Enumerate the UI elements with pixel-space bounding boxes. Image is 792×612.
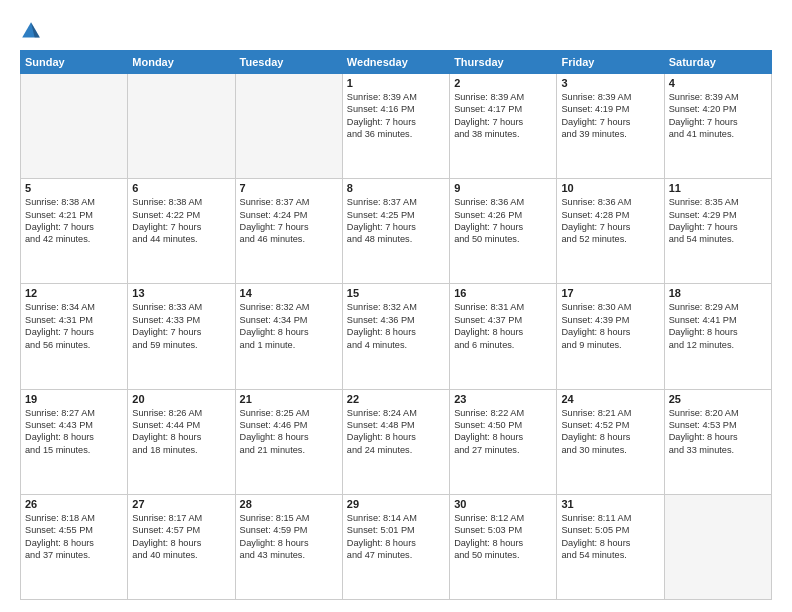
day-cell: 22Sunrise: 8:24 AM Sunset: 4:48 PM Dayli…: [342, 389, 449, 494]
day-info: Sunrise: 8:11 AM Sunset: 5:05 PM Dayligh…: [561, 512, 659, 562]
day-cell: 25Sunrise: 8:20 AM Sunset: 4:53 PM Dayli…: [664, 389, 771, 494]
day-info: Sunrise: 8:18 AM Sunset: 4:55 PM Dayligh…: [25, 512, 123, 562]
day-number: 12: [25, 287, 123, 299]
day-info: Sunrise: 8:30 AM Sunset: 4:39 PM Dayligh…: [561, 301, 659, 351]
day-info: Sunrise: 8:22 AM Sunset: 4:50 PM Dayligh…: [454, 407, 552, 457]
weekday-header-sunday: Sunday: [21, 51, 128, 74]
day-cell: 4Sunrise: 8:39 AM Sunset: 4:20 PM Daylig…: [664, 74, 771, 179]
day-info: Sunrise: 8:37 AM Sunset: 4:25 PM Dayligh…: [347, 196, 445, 246]
day-cell: 17Sunrise: 8:30 AM Sunset: 4:39 PM Dayli…: [557, 284, 664, 389]
logo: [20, 20, 46, 42]
week-row-2: 5Sunrise: 8:38 AM Sunset: 4:21 PM Daylig…: [21, 179, 772, 284]
week-row-3: 12Sunrise: 8:34 AM Sunset: 4:31 PM Dayli…: [21, 284, 772, 389]
week-row-4: 19Sunrise: 8:27 AM Sunset: 4:43 PM Dayli…: [21, 389, 772, 494]
day-number: 27: [132, 498, 230, 510]
day-number: 30: [454, 498, 552, 510]
week-row-5: 26Sunrise: 8:18 AM Sunset: 4:55 PM Dayli…: [21, 494, 772, 599]
logo-icon: [20, 20, 42, 42]
weekday-header-tuesday: Tuesday: [235, 51, 342, 74]
day-cell: 18Sunrise: 8:29 AM Sunset: 4:41 PM Dayli…: [664, 284, 771, 389]
day-cell: 3Sunrise: 8:39 AM Sunset: 4:19 PM Daylig…: [557, 74, 664, 179]
day-cell: [128, 74, 235, 179]
day-number: 17: [561, 287, 659, 299]
day-number: 16: [454, 287, 552, 299]
day-cell: 10Sunrise: 8:36 AM Sunset: 4:28 PM Dayli…: [557, 179, 664, 284]
day-cell: 28Sunrise: 8:15 AM Sunset: 4:59 PM Dayli…: [235, 494, 342, 599]
day-number: 10: [561, 182, 659, 194]
calendar-header: SundayMondayTuesdayWednesdayThursdayFrid…: [21, 51, 772, 74]
day-info: Sunrise: 8:34 AM Sunset: 4:31 PM Dayligh…: [25, 301, 123, 351]
day-number: 14: [240, 287, 338, 299]
day-cell: [235, 74, 342, 179]
day-info: Sunrise: 8:36 AM Sunset: 4:28 PM Dayligh…: [561, 196, 659, 246]
day-cell: 6Sunrise: 8:38 AM Sunset: 4:22 PM Daylig…: [128, 179, 235, 284]
day-cell: 26Sunrise: 8:18 AM Sunset: 4:55 PM Dayli…: [21, 494, 128, 599]
weekday-row: SundayMondayTuesdayWednesdayThursdayFrid…: [21, 51, 772, 74]
day-info: Sunrise: 8:25 AM Sunset: 4:46 PM Dayligh…: [240, 407, 338, 457]
day-info: Sunrise: 8:12 AM Sunset: 5:03 PM Dayligh…: [454, 512, 552, 562]
day-cell: 2Sunrise: 8:39 AM Sunset: 4:17 PM Daylig…: [450, 74, 557, 179]
day-cell: 20Sunrise: 8:26 AM Sunset: 4:44 PM Dayli…: [128, 389, 235, 494]
day-info: Sunrise: 8:35 AM Sunset: 4:29 PM Dayligh…: [669, 196, 767, 246]
day-number: 18: [669, 287, 767, 299]
day-number: 3: [561, 77, 659, 89]
day-number: 31: [561, 498, 659, 510]
day-info: Sunrise: 8:14 AM Sunset: 5:01 PM Dayligh…: [347, 512, 445, 562]
day-number: 23: [454, 393, 552, 405]
day-info: Sunrise: 8:38 AM Sunset: 4:22 PM Dayligh…: [132, 196, 230, 246]
day-cell: 30Sunrise: 8:12 AM Sunset: 5:03 PM Dayli…: [450, 494, 557, 599]
day-number: 9: [454, 182, 552, 194]
day-number: 1: [347, 77, 445, 89]
day-info: Sunrise: 8:36 AM Sunset: 4:26 PM Dayligh…: [454, 196, 552, 246]
day-info: Sunrise: 8:20 AM Sunset: 4:53 PM Dayligh…: [669, 407, 767, 457]
day-cell: 1Sunrise: 8:39 AM Sunset: 4:16 PM Daylig…: [342, 74, 449, 179]
day-cell: 21Sunrise: 8:25 AM Sunset: 4:46 PM Dayli…: [235, 389, 342, 494]
day-info: Sunrise: 8:39 AM Sunset: 4:19 PM Dayligh…: [561, 91, 659, 141]
day-info: Sunrise: 8:21 AM Sunset: 4:52 PM Dayligh…: [561, 407, 659, 457]
day-number: 29: [347, 498, 445, 510]
day-info: Sunrise: 8:39 AM Sunset: 4:17 PM Dayligh…: [454, 91, 552, 141]
calendar: SundayMondayTuesdayWednesdayThursdayFrid…: [20, 50, 772, 600]
day-number: 8: [347, 182, 445, 194]
day-cell: 31Sunrise: 8:11 AM Sunset: 5:05 PM Dayli…: [557, 494, 664, 599]
day-cell: 24Sunrise: 8:21 AM Sunset: 4:52 PM Dayli…: [557, 389, 664, 494]
day-cell: 8Sunrise: 8:37 AM Sunset: 4:25 PM Daylig…: [342, 179, 449, 284]
header: [20, 16, 772, 42]
weekday-header-wednesday: Wednesday: [342, 51, 449, 74]
day-info: Sunrise: 8:39 AM Sunset: 4:20 PM Dayligh…: [669, 91, 767, 141]
day-number: 19: [25, 393, 123, 405]
day-number: 15: [347, 287, 445, 299]
weekday-header-friday: Friday: [557, 51, 664, 74]
day-info: Sunrise: 8:15 AM Sunset: 4:59 PM Dayligh…: [240, 512, 338, 562]
day-info: Sunrise: 8:31 AM Sunset: 4:37 PM Dayligh…: [454, 301, 552, 351]
day-number: 26: [25, 498, 123, 510]
day-cell: 27Sunrise: 8:17 AM Sunset: 4:57 PM Dayli…: [128, 494, 235, 599]
day-cell: [21, 74, 128, 179]
day-cell: 14Sunrise: 8:32 AM Sunset: 4:34 PM Dayli…: [235, 284, 342, 389]
day-cell: [664, 494, 771, 599]
week-row-1: 1Sunrise: 8:39 AM Sunset: 4:16 PM Daylig…: [21, 74, 772, 179]
day-number: 21: [240, 393, 338, 405]
page: SundayMondayTuesdayWednesdayThursdayFrid…: [0, 0, 792, 612]
weekday-header-saturday: Saturday: [664, 51, 771, 74]
day-info: Sunrise: 8:38 AM Sunset: 4:21 PM Dayligh…: [25, 196, 123, 246]
day-cell: 5Sunrise: 8:38 AM Sunset: 4:21 PM Daylig…: [21, 179, 128, 284]
day-info: Sunrise: 8:33 AM Sunset: 4:33 PM Dayligh…: [132, 301, 230, 351]
day-number: 20: [132, 393, 230, 405]
day-cell: 23Sunrise: 8:22 AM Sunset: 4:50 PM Dayli…: [450, 389, 557, 494]
weekday-header-monday: Monday: [128, 51, 235, 74]
day-number: 6: [132, 182, 230, 194]
day-number: 13: [132, 287, 230, 299]
day-number: 24: [561, 393, 659, 405]
calendar-body: 1Sunrise: 8:39 AM Sunset: 4:16 PM Daylig…: [21, 74, 772, 600]
day-number: 4: [669, 77, 767, 89]
day-cell: 11Sunrise: 8:35 AM Sunset: 4:29 PM Dayli…: [664, 179, 771, 284]
day-cell: 16Sunrise: 8:31 AM Sunset: 4:37 PM Dayli…: [450, 284, 557, 389]
day-number: 25: [669, 393, 767, 405]
weekday-header-thursday: Thursday: [450, 51, 557, 74]
day-cell: 12Sunrise: 8:34 AM Sunset: 4:31 PM Dayli…: [21, 284, 128, 389]
day-info: Sunrise: 8:24 AM Sunset: 4:48 PM Dayligh…: [347, 407, 445, 457]
day-info: Sunrise: 8:32 AM Sunset: 4:34 PM Dayligh…: [240, 301, 338, 351]
day-cell: 13Sunrise: 8:33 AM Sunset: 4:33 PM Dayli…: [128, 284, 235, 389]
day-info: Sunrise: 8:17 AM Sunset: 4:57 PM Dayligh…: [132, 512, 230, 562]
